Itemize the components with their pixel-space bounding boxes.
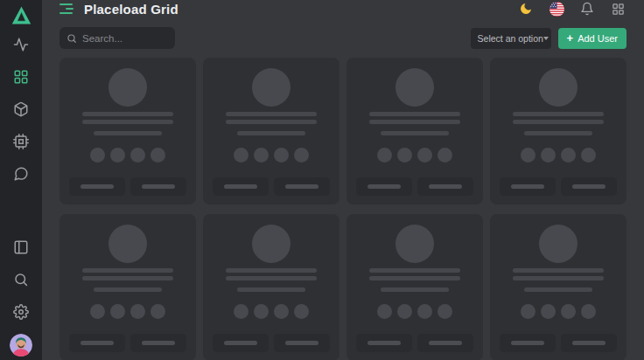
dot-placeholders	[521, 304, 596, 319]
text-line-placeholder	[226, 268, 317, 273]
dot-placeholders	[234, 148, 309, 163]
dot-placeholders	[521, 148, 596, 163]
filter-select[interactable]: Select an option	[471, 28, 551, 49]
search-input[interactable]	[82, 33, 168, 44]
dot-placeholder	[294, 148, 309, 163]
dot-placeholder	[254, 304, 269, 319]
dot-placeholders	[377, 148, 452, 163]
text-line-placeholder	[513, 276, 604, 280]
menu-toggle-button[interactable]	[60, 3, 74, 14]
text-line-placeholders	[82, 112, 173, 135]
sidebar-item-messages[interactable]	[10, 163, 32, 184]
dot-placeholder	[541, 148, 556, 163]
text-line-placeholders	[226, 268, 317, 292]
grid-icon	[612, 3, 625, 16]
avatar-placeholder	[108, 68, 147, 107]
user-avatar-image	[10, 334, 32, 357]
add-user-label: Add User	[578, 33, 618, 44]
placeholder-button[interactable]	[213, 334, 269, 352]
text-line-placeholders	[226, 112, 317, 135]
button-label-placeholder	[80, 184, 114, 189]
notifications-button[interactable]	[578, 0, 596, 17]
placeholder-button[interactable]	[356, 177, 412, 196]
sidebar-item-settings[interactable]	[10, 301, 32, 322]
button-placeholders	[213, 334, 330, 352]
dot-placeholder	[377, 304, 392, 319]
sidebar-item-grid[interactable]	[10, 66, 32, 87]
placeholder-button[interactable]	[500, 177, 556, 196]
us-flag-icon	[550, 2, 564, 17]
placeholder-button[interactable]	[500, 334, 556, 352]
dot-placeholder	[150, 148, 165, 163]
language-flag-button[interactable]	[548, 0, 565, 17]
placeholder-button[interactable]	[356, 334, 412, 352]
add-user-button[interactable]: + Add User	[558, 28, 626, 49]
placeholder-card	[346, 58, 483, 204]
button-label-placeholder	[142, 184, 175, 189]
user-avatar[interactable]	[10, 334, 32, 357]
dot-placeholder	[254, 148, 269, 163]
text-line-placeholders	[513, 268, 604, 292]
dot-placeholder	[234, 304, 248, 319]
chevron-down-icon	[543, 37, 549, 40]
toolbar-right: Select an option + Add User	[471, 28, 626, 49]
placeholder-button[interactable]	[130, 177, 186, 196]
placeholder-card	[60, 58, 196, 204]
dot-placeholders	[90, 304, 165, 319]
theme-toggle-button[interactable]	[517, 0, 535, 17]
placeholder-button[interactable]	[561, 334, 617, 352]
placeholder-button[interactable]	[274, 334, 330, 352]
button-placeholders	[356, 177, 473, 196]
sidebar-item-search[interactable]	[10, 269, 32, 290]
bell-icon	[580, 2, 594, 16]
placeholder-button[interactable]	[213, 177, 269, 196]
placeholder-button[interactable]	[561, 177, 617, 196]
text-line-placeholder	[369, 120, 460, 124]
dot-placeholder	[397, 148, 412, 163]
sidebar-bottom	[10, 237, 32, 360]
dot-placeholder	[274, 304, 289, 319]
button-label-placeholder	[511, 341, 544, 345]
placeholder-button[interactable]	[69, 334, 125, 352]
text-line-placeholder	[513, 120, 604, 124]
dot-placeholder	[274, 148, 289, 163]
text-line-placeholders	[369, 268, 460, 292]
main-area: Placeload Grid	[42, 0, 644, 360]
button-label-placeholder	[285, 341, 318, 345]
placeholder-button[interactable]	[130, 334, 186, 352]
button-label-placeholder	[80, 341, 114, 345]
button-label-placeholder	[368, 341, 401, 345]
dot-placeholder	[110, 148, 125, 163]
dot-placeholder	[397, 304, 412, 319]
top-header: Placeload Grid	[42, 0, 644, 17]
button-label-placeholder	[142, 341, 175, 345]
dot-placeholder	[417, 304, 432, 319]
avatar-placeholder	[108, 225, 147, 263]
placeholder-card	[490, 58, 626, 204]
button-label-placeholder	[224, 184, 257, 189]
sidebar-item-components[interactable]	[10, 99, 32, 120]
dot-placeholders	[90, 148, 165, 163]
sidebar-item-panels[interactable]	[10, 237, 32, 258]
text-line-placeholder	[82, 120, 173, 124]
sidebar-item-activity[interactable]	[10, 34, 32, 55]
button-label-placeholder	[224, 341, 257, 345]
dot-placeholder	[110, 304, 125, 319]
placeholder-button[interactable]	[417, 334, 473, 352]
button-placeholders	[500, 177, 617, 196]
text-line-placeholders	[369, 112, 460, 135]
text-line-placeholder	[524, 131, 592, 135]
placeholder-button[interactable]	[274, 177, 330, 196]
box-icon	[13, 101, 29, 117]
sidebar-item-system[interactable]	[10, 131, 32, 152]
settings-icon	[13, 304, 29, 320]
placeholder-card	[60, 214, 196, 360]
dot-placeholder	[438, 148, 452, 163]
plus-icon: +	[567, 32, 574, 44]
button-label-placeholder	[511, 184, 544, 189]
placeholder-button[interactable]	[69, 177, 125, 196]
dot-placeholder	[417, 148, 432, 163]
placeholder-button[interactable]	[417, 177, 473, 196]
app-logo[interactable]	[10, 0, 32, 30]
apps-grid-button[interactable]	[609, 0, 626, 17]
